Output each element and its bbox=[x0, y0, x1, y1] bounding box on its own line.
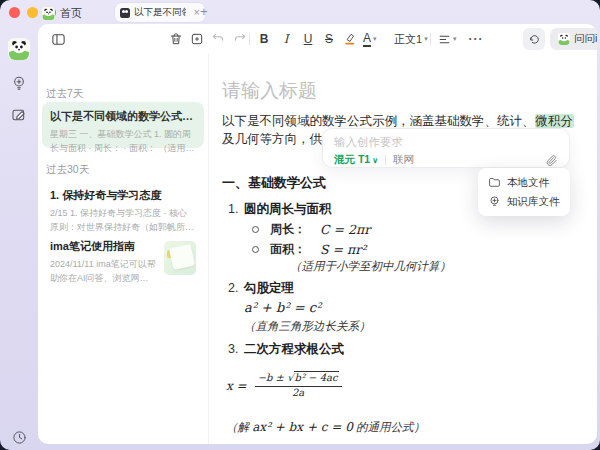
ask-ima-label: 问问ima bbox=[574, 32, 597, 46]
close-window-button[interactable] bbox=[9, 7, 20, 18]
titlebar: 首页 以下是不同领… × + bbox=[0, 0, 600, 24]
note-text: （解 bbox=[226, 421, 252, 433]
formula-lhs: x = bbox=[226, 379, 247, 393]
ai-prompt-box[interactable]: 输入创作要求 混元 T1 ∨ 联网 bbox=[322, 128, 570, 168]
title-input-placeholder[interactable]: 请输入标题 bbox=[222, 78, 577, 104]
new-note-button[interactable] bbox=[187, 29, 207, 49]
chat-history-button[interactable] bbox=[523, 28, 545, 50]
font-color-label: A bbox=[363, 32, 371, 47]
bold-button[interactable]: B bbox=[254, 29, 274, 49]
note-title: 1. 保持好奇与学习态度 bbox=[50, 188, 196, 203]
section-label-30days: 过去30天 bbox=[46, 163, 89, 177]
menu-item-label: 本地文件 bbox=[507, 176, 549, 190]
note-general-formula: （解 ax² + bx + c = 0 的通用公式） bbox=[222, 419, 577, 435]
refresh-icon bbox=[528, 33, 541, 46]
web-search-toggle[interactable]: 联网 bbox=[393, 153, 414, 167]
content-card: B I U S A ▾ 正文1 ▾ ▾ bbox=[38, 24, 597, 444]
list-item-label: 二次方程求根公式 bbox=[244, 342, 344, 356]
formula-quadratic: x = −b ± √b² − 4ac 2a bbox=[222, 372, 577, 399]
note-thumbnail bbox=[164, 241, 196, 275]
list-item-label: 圆的周长与面积 bbox=[244, 202, 332, 216]
attach-file-button[interactable] bbox=[545, 154, 558, 167]
note-item[interactable]: ima笔记使用指南 2024/11/11 ima笔记可以帮助你在AI问答、浏览网… bbox=[42, 232, 204, 280]
ask-ima-button[interactable]: 问问ima bbox=[550, 28, 597, 50]
divider bbox=[385, 155, 386, 165]
formula-circumference: C = 2πr bbox=[320, 221, 370, 238]
tab-document-label: 以下是不同领… bbox=[134, 6, 186, 19]
model-select[interactable]: 混元 T1 ∨ bbox=[334, 153, 378, 167]
bullet-icon bbox=[252, 246, 259, 253]
rail-history[interactable] bbox=[8, 426, 30, 448]
align-button[interactable]: ▾ bbox=[438, 29, 457, 49]
section-label-7days: 过去7天 bbox=[46, 87, 83, 101]
redo-button[interactable] bbox=[230, 29, 250, 49]
toolbar-divider bbox=[249, 33, 250, 45]
rail-ima-logo[interactable] bbox=[8, 38, 30, 60]
screen: 首页 以下是不同领… × + bbox=[0, 0, 600, 450]
rail-knowledge-base[interactable] bbox=[8, 72, 30, 94]
ima-panda-icon bbox=[558, 33, 570, 45]
note-edit-icon bbox=[11, 107, 27, 123]
notes-panel: 过去7天 以下是不同领域的数学公式示例，涵盖基… 星期三 一、基础数学公式 1.… bbox=[38, 54, 209, 444]
chevron-down-icon: ▾ bbox=[424, 35, 428, 43]
bullet-label: 周长： bbox=[270, 222, 306, 236]
numerator: −b ± √ bbox=[258, 372, 294, 383]
bullet-circumference: 周长： C = 2πr bbox=[222, 221, 577, 238]
highlighter-button[interactable] bbox=[340, 29, 360, 49]
chevron-down-icon: ▾ bbox=[453, 35, 457, 43]
formula-quadratic-equation: ax² + bx + c = 0 bbox=[252, 420, 353, 434]
chevron-down-icon: ∨ bbox=[372, 156, 378, 165]
sidebar-toggle-button[interactable] bbox=[48, 29, 68, 49]
tab-home[interactable]: 首页 bbox=[38, 4, 86, 23]
list-item-2: 2.勾股定理 bbox=[222, 280, 577, 297]
bullet-icon bbox=[252, 226, 259, 233]
app-rail bbox=[0, 24, 38, 450]
delete-note-button[interactable] bbox=[166, 29, 186, 49]
paperclip-icon bbox=[545, 154, 558, 167]
clock-icon bbox=[12, 430, 27, 445]
model-label: 混元 T1 bbox=[334, 153, 370, 167]
align-left-icon bbox=[438, 33, 451, 46]
editor-area[interactable]: 请输入标题 以下是不同领域的数学公式示例，涵盖基础数学、统计、微积分及几何等方向… bbox=[208, 54, 597, 444]
new-tab-button[interactable]: + bbox=[200, 4, 208, 19]
italic-button[interactable]: I bbox=[276, 29, 296, 49]
toolbar: B I U S A ▾ 正文1 ▾ ▾ bbox=[38, 24, 597, 54]
attach-menu: 本地文件 知识库文件 bbox=[478, 168, 570, 216]
note-item-selected[interactable]: 以下是不同领域的数学公式示例，涵盖基… 星期三 一、基础数学公式 1. 圆的周长… bbox=[42, 102, 204, 148]
chevron-down-icon: ▾ bbox=[373, 35, 377, 43]
font-color-button[interactable]: A ▾ bbox=[363, 29, 377, 49]
ai-prompt-placeholder[interactable]: 输入创作要求 bbox=[334, 135, 558, 150]
intro-text: 以下是不同领域的数学公式示例，涵盖基础数学、统计、 bbox=[222, 114, 535, 128]
underline-button[interactable]: U bbox=[298, 29, 318, 49]
toolbar-divider bbox=[430, 33, 431, 45]
menu-item-label: 知识库文件 bbox=[507, 195, 560, 209]
bullet-label: 面积： bbox=[270, 242, 306, 256]
tab-document[interactable]: 以下是不同领… × bbox=[115, 3, 205, 22]
formula-area: S = πr² bbox=[320, 241, 366, 258]
radicand: b² − 4ac bbox=[294, 371, 339, 383]
undo-button[interactable] bbox=[208, 29, 228, 49]
document-tab-icon bbox=[120, 8, 130, 18]
list-number: 1. bbox=[228, 201, 244, 218]
minimize-window-button[interactable] bbox=[27, 7, 38, 18]
ima-panda-logo-icon bbox=[8, 38, 30, 60]
note-text: 的通用公式） bbox=[353, 421, 425, 433]
tab-home-label: 首页 bbox=[60, 6, 82, 21]
ima-panda-icon bbox=[42, 7, 55, 20]
strikethrough-button[interactable]: S bbox=[319, 29, 339, 49]
menu-item-local-file[interactable]: 本地文件 bbox=[478, 173, 570, 192]
menu-item-knowledge-file[interactable]: 知识库文件 bbox=[478, 192, 570, 211]
note-item[interactable]: 1. 保持好奇与学习态度 2/15 1. 保持好奇与学习态度 · 核心原则：对世… bbox=[42, 181, 204, 225]
note-title: 以下是不同领域的数学公式示例，涵盖基… bbox=[50, 109, 196, 124]
bullet-area: 面积： S = πr² bbox=[222, 241, 577, 258]
app-window: 首页 以下是不同领… × + bbox=[0, 0, 600, 450]
formula-pythagoras: a² + b² = c² bbox=[222, 300, 577, 315]
note-applicability: （适用于小学至初中几何计算） bbox=[222, 258, 577, 274]
more-tools-button[interactable]: ··· bbox=[466, 29, 486, 49]
paragraph-style-select[interactable]: 正文1 ▾ bbox=[394, 29, 428, 49]
folder-icon bbox=[488, 176, 501, 189]
fraction: −b ± √b² − 4ac 2a bbox=[255, 372, 342, 399]
lightbulb-icon bbox=[488, 195, 501, 208]
note-meta: 星期三 一、基础数学公式 1. 圆的周长与面积 · 周长： · 面积： （适用于… bbox=[50, 128, 196, 155]
rail-notes[interactable] bbox=[8, 104, 30, 126]
